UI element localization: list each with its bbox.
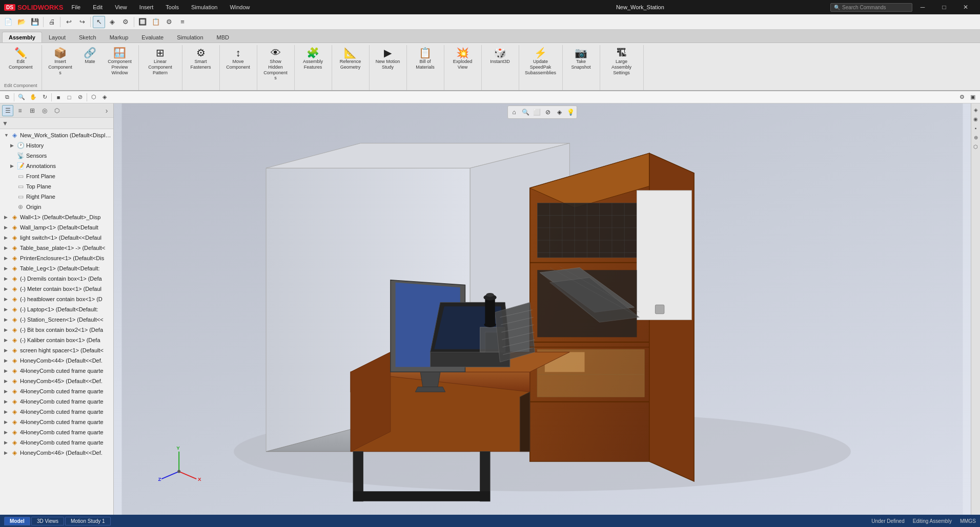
view-wireframe-button[interactable]: □	[64, 92, 74, 102]
tree-item-station-screen[interactable]: ▶ ◈ (-) Station_Screen<1> (Default<<	[0, 314, 113, 325]
panel-expand-arrow[interactable]: ›	[102, 105, 111, 116]
bom-button[interactable]: 📋 Bill ofMaterials	[411, 45, 440, 72]
print-button[interactable]: 🖨	[46, 16, 58, 28]
tree-item-bitbox[interactable]: ▶ ◈ (-) Bit box contain box2<1> (Defa	[0, 325, 113, 335]
tab-evaluate[interactable]: Evaluate	[135, 32, 170, 43]
tree-item-front-plane[interactable]: ▭ Front Plane	[0, 171, 113, 181]
move-component-button[interactable]: ↕ MoveComponent	[224, 45, 253, 72]
linear-pattern-button[interactable]: ⊞ Linear ComponentPattern	[143, 45, 178, 77]
component-preview-button[interactable]: 🪟 ComponentPreviewWindow	[106, 45, 134, 77]
instant3d-button[interactable]: 🎲 Instant3D	[486, 45, 515, 66]
select-button[interactable]: ↖	[93, 16, 105, 28]
tree-item-kaliber[interactable]: ▶ ◈ (-) Kaliber contain box<1> (Defa	[0, 335, 113, 345]
tool1[interactable]: ◈	[106, 16, 118, 28]
minimize-button[interactable]: ─	[912, 0, 933, 14]
property-tab[interactable]: ≡	[14, 105, 26, 116]
tree-item-wall-lamp[interactable]: ▶ ◈ Wall_lamp<1> (Default<Default	[0, 222, 113, 233]
tab-motion-study[interactable]: Motion Study 1	[65, 517, 111, 525]
view-rotate-button[interactable]: ↻	[39, 92, 50, 102]
redo-button[interactable]: ↪	[76, 16, 88, 28]
reference-geometry-button[interactable]: 📐 ReferenceGeometry	[336, 45, 365, 72]
open-button[interactable]: 📂	[15, 16, 28, 28]
tree-item-4hc-frame2[interactable]: ▶ ◈ 4HoneyComb cuted frame quarte	[0, 386, 113, 396]
view-orientation-button[interactable]: ⧉	[2, 92, 12, 102]
tree-item-4hc-frame1[interactable]: ▶ ◈ 4HoneyComb cuted frame quarte	[0, 366, 113, 376]
tree-item-heatblower[interactable]: ▶ ◈ (-) heatblower contain box<1> (D	[0, 294, 113, 304]
appearance-tab[interactable]: ⬡	[51, 105, 63, 116]
rt-view5[interactable]: ⬡	[972, 142, 980, 151]
3d-viewport[interactable]: X Y Z ⌂ 🔍 ⬜ ⊘ ◈ 💡	[114, 103, 971, 515]
rt-view2[interactable]: ◉	[972, 115, 980, 123]
dma-tab[interactable]: ◎	[39, 105, 50, 116]
tool2[interactable]: ⚙	[119, 16, 132, 28]
show-hidden-button[interactable]: 👁 ShowHiddenComponents	[261, 45, 290, 82]
tree-item-annotations[interactable]: ▶ 📝 Annotations	[0, 161, 113, 171]
view-settings-button[interactable]: ⚙	[957, 92, 967, 102]
large-assembly-button[interactable]: 🏗 LargeAssemblySettings	[604, 45, 639, 77]
insert-components-button[interactable]: 📦 InsertComponents	[46, 45, 75, 77]
save-button[interactable]: 💾	[29, 16, 41, 28]
tree-item-4hc-frame7[interactable]: ▶ ◈ 4HoneyComb cuted frame quarte	[0, 437, 113, 448]
tab-model[interactable]: Model	[4, 517, 30, 525]
menu-window[interactable]: Window	[228, 3, 252, 11]
snapshot-button[interactable]: 📷 TakeSnapshot	[567, 45, 596, 72]
tree-item-4hc-frame4[interactable]: ▶ ◈ 4HoneyComb cuted frame quarte	[0, 407, 113, 417]
close-button[interactable]: ✕	[955, 0, 976, 14]
tree-item-light-switch[interactable]: ▶ ◈ light switch<1> (Default<<Defaul	[0, 233, 113, 243]
undo-button[interactable]: ↩	[63, 16, 75, 28]
menu-view[interactable]: View	[113, 3, 129, 11]
assembly-features-button[interactable]: 🧩 AssemblyFeatures	[299, 45, 328, 72]
tree-item-history[interactable]: ▶ 🕐 History	[0, 140, 113, 151]
view-select-button[interactable]: ⬡	[89, 92, 99, 102]
tab-simulation[interactable]: Simulation	[170, 32, 210, 43]
view-selector[interactable]: 🔲	[136, 16, 149, 28]
config-tab[interactable]: ⊞	[27, 105, 38, 116]
update-speedpak-button[interactable]: ⚡ UpdateSpeedPakSubassemblies	[523, 45, 558, 77]
view-display-button[interactable]: ▣	[968, 92, 978, 102]
search-box[interactable]: 🔍 Search Commands	[830, 3, 912, 12]
tab-assembly[interactable]: Assembly	[2, 32, 42, 43]
tab-mbd[interactable]: MBD	[210, 32, 236, 43]
mate-button[interactable]: 🔗 Mate	[76, 45, 105, 66]
tree-item-right-plane[interactable]: ▭ Right Plane	[0, 192, 113, 202]
tree-item-laptop[interactable]: ▶ ◈ (-) Laptop<1> (Default<Default:	[0, 304, 113, 314]
view-zoom-button[interactable]: 🔍	[16, 92, 27, 102]
rt-view3[interactable]: ▪	[972, 124, 980, 132]
tree-item-meter[interactable]: ▶ ◈ (-) Meter contain box<1> (Defaul	[0, 284, 113, 294]
tree-item-printer-enclosure[interactable]: ▶ ◈ PrinterEnclosure<1> (Default<Dis	[0, 253, 113, 263]
tree-root[interactable]: ▼ ◈ New_Work_Station (Default<Display S	[0, 130, 113, 140]
tree-item-4hc-frame6[interactable]: ▶ ◈ 4HoneyComb cuted frame quarte	[0, 427, 113, 437]
view-render-button[interactable]: ◈	[99, 92, 110, 102]
tree-item-dremils[interactable]: ▶ ◈ (-) Dremils contain box<1> (Defa	[0, 273, 113, 284]
tree-item-4hc-frame5[interactable]: ▶ ◈ 4HoneyComb cuted frame quarte	[0, 417, 113, 427]
feature-manager-tab[interactable]: ☰	[2, 105, 13, 116]
tab-layout[interactable]: Layout	[42, 32, 72, 43]
menu-tools[interactable]: Tools	[164, 3, 181, 11]
vp-zoom-button[interactable]: 🔍	[520, 107, 530, 117]
display-manager[interactable]: 📋	[150, 16, 162, 28]
tree-item-honeycomb44[interactable]: ▶ ◈ HoneyComb<44> (Default<<Def.	[0, 355, 113, 366]
menu-edit[interactable]: Edit	[91, 3, 105, 11]
tree-item-origin[interactable]: ⊕ Origin	[0, 202, 113, 212]
vp-section-button[interactable]: ⊘	[543, 107, 553, 117]
edit-component-button[interactable]: ✏️ EditComponent	[6, 45, 35, 72]
menu-file[interactable]: File	[69, 3, 83, 11]
vp-lights-button[interactable]: 💡	[565, 107, 576, 117]
rt-view4[interactable]: ⊕	[972, 133, 980, 141]
view-shaded-button[interactable]: ■	[53, 92, 64, 102]
tree-item-top-plane[interactable]: ▭ Top Plane	[0, 181, 113, 192]
tab-3dviews[interactable]: 3D Views	[31, 517, 64, 525]
tree-item-table-leg[interactable]: ▶ ◈ Table_Leg<1> (Default<Default:	[0, 263, 113, 273]
vp-home-button[interactable]: ⌂	[509, 107, 519, 117]
new-motion-study-button[interactable]: ▶ New MotionStudy	[374, 45, 402, 72]
tree-item-wall1[interactable]: ▶ ◈ Wall<1> (Default<Default>_Disp	[0, 212, 113, 222]
vp-display-button[interactable]: ◈	[554, 107, 564, 117]
tree-item-honeycomb45[interactable]: ▶ ◈ HoneyComb<45> (Default<<Def.	[0, 376, 113, 386]
tree-item-4hc-frame3[interactable]: ▶ ◈ 4HoneyComb cuted frame quarte	[0, 396, 113, 407]
tree-item-honeycomb46[interactable]: ▶ ◈ HoneyComb<46> (Default<<Def.	[0, 448, 113, 458]
maximize-button[interactable]: □	[934, 0, 954, 14]
tree-item-sensors[interactable]: 📡 Sensors	[0, 151, 113, 161]
smart-fasteners-button[interactable]: ⚙ SmartFasteners	[187, 45, 215, 72]
settings-button[interactable]: ⚙	[163, 16, 175, 28]
new-button[interactable]: 📄	[2, 16, 14, 28]
